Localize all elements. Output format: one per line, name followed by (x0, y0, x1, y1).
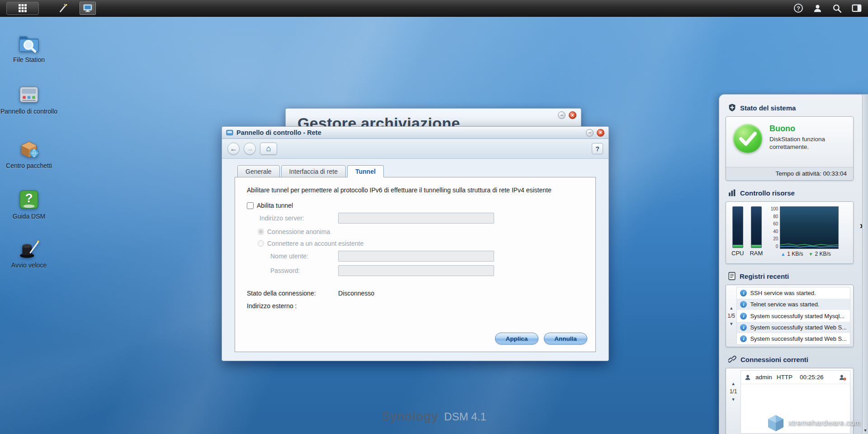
info-icon: i (740, 301, 747, 308)
synology-logo: Synology (382, 410, 439, 423)
minimize-glyph: – (560, 113, 563, 118)
tunnel-panel: Abilitare tunnel per permettere al proto… (235, 177, 596, 352)
window-icon (226, 129, 233, 136)
connection-status-label: Stato della connessione: (247, 290, 338, 297)
connections-prev-page-button[interactable]: ▴ (732, 381, 735, 386)
download-speed: 2 KB/s (815, 251, 831, 257)
desktop-icon-dsm-help[interactable]: ? Guida DSM (0, 188, 58, 220)
desktop-icon-label: Avvio veloce (0, 262, 58, 269)
desktop-icon-file-station[interactable]: File Station (0, 32, 58, 63)
package-center-icon (18, 138, 40, 160)
desktop-icon-control-panel[interactable]: Pannello di controllo (0, 83, 58, 115)
close-button[interactable]: × (569, 111, 576, 119)
user-icon[interactable] (813, 4, 822, 13)
connections-next-page-button[interactable]: ▾ (732, 397, 735, 402)
resource-monitor-card: CPU RAM 100 80 60 40 20 0 ▲ 1 (726, 201, 854, 264)
logs-next-page-button[interactable]: ▾ (730, 321, 733, 326)
desktop-icon-quick-start[interactable]: Avvio veloce (0, 237, 58, 269)
tab-interfaccia-di-rete[interactable]: Interfaccia di rete (281, 165, 346, 177)
system-status-card: Buono DiskStation funziona correttamente… (726, 116, 854, 181)
connection-time: 00:25:26 (800, 374, 824, 381)
connections-pagination: ▴ 1/1 ▾ (726, 369, 741, 434)
control-panel-icon (18, 83, 40, 106)
forward-button[interactable]: → (244, 143, 256, 155)
apply-button[interactable]: Applica (495, 333, 538, 344)
question-glyph: ? (18, 191, 40, 205)
log-row: i System successfully started Web S... (737, 322, 850, 333)
scroll-down-button[interactable]: ▾ (863, 428, 868, 433)
status-ok-icon (733, 124, 762, 153)
tab-generale[interactable]: Generale (237, 165, 280, 177)
cancel-button[interactable]: Annulla (544, 333, 587, 344)
logs-page-indicator: 1/5 (727, 313, 735, 319)
status-state: Buono (769, 124, 855, 134)
window-toolbar: ← → ⌂ ? (222, 139, 609, 159)
log-row: i System successfully started Web S... (737, 333, 850, 344)
connection-protocol: HTTP (777, 374, 793, 381)
tunnel-description: Abilitare tunnel per permettere al proto… (247, 186, 584, 194)
server-address-input (338, 213, 494, 224)
status-detail: DiskStation funziona correttamente. (769, 135, 855, 151)
search-icon[interactable] (832, 4, 842, 13)
usage-meters: CPU RAM (731, 206, 763, 262)
connection-user: admin (755, 374, 772, 381)
log-row: i SSH service was started. (737, 287, 850, 299)
resource-monitor-header: Controllo risorse (728, 187, 863, 199)
pilot-view-icon[interactable] (852, 4, 862, 13)
log-list: i SSH service was started. i Telnet serv… (736, 287, 850, 345)
control-panel-window: Pannello di controllo - Rete – × ← → ⌂ ?… (222, 126, 609, 361)
window-help-button[interactable]: ? (592, 143, 603, 154)
tab-strip: Generale Interfaccia di rete Tunnel (235, 165, 596, 177)
logs-pagination: ▴ 1/5 ▾ (726, 286, 736, 346)
network-graph (780, 206, 839, 249)
taskbar-app-quick-start[interactable] (55, 2, 71, 15)
user-icon (745, 374, 751, 381)
minimize-button[interactable]: – (558, 111, 566, 119)
home-icon: ⌂ (266, 144, 271, 153)
close-icon: × (571, 113, 574, 118)
back-button[interactable]: ← (227, 143, 240, 155)
connection-row: admin HTTP 00:25:26 (741, 371, 850, 384)
cube-logo-icon (765, 414, 786, 432)
password-label: Password: (270, 267, 338, 274)
desktop-icon-label: Pannello di controllo (0, 108, 58, 115)
log-row: i System successfully started Mysql... (737, 310, 850, 321)
system-status-header: Stato del sistema (728, 102, 863, 114)
minimize-button[interactable]: – (586, 129, 594, 137)
existing-account-label: Connettere a un account esistente (267, 240, 363, 247)
cpu-meter (732, 206, 743, 248)
file-station-icon (18, 32, 40, 54)
logs-prev-page-button[interactable]: ▴ (730, 305, 733, 310)
upload-speed: 1 KB/s (787, 251, 803, 257)
desktop-icon-label: File Station (0, 56, 58, 63)
window-title-bar[interactable]: Pannello di controllo - Rete – × (222, 127, 609, 139)
dsm-watermark: Synology DSM 4.1 (382, 410, 486, 424)
graph-y-axis: 100 80 60 40 20 0 (766, 206, 780, 249)
tab-tunnel[interactable]: Tunnel (347, 165, 384, 177)
help-icon[interactable]: ? (794, 4, 803, 13)
external-address-label: Indirizzo esterno : (247, 302, 584, 310)
username-input (338, 251, 494, 262)
main-menu-button[interactable] (6, 2, 39, 15)
network-traffic: ▲ 1 KB/s ▼ 2 KB/s (780, 251, 839, 257)
password-input (338, 265, 494, 276)
log-row: i Telnet service was started. (737, 299, 850, 310)
home-button[interactable]: ⌂ (260, 143, 277, 155)
window-body: Generale Interfaccia di rete Tunnel Abil… (222, 159, 609, 361)
kick-user-icon[interactable] (839, 374, 846, 381)
info-icon: i (740, 335, 747, 342)
desktop-icon-package-center[interactable]: Centro pacchetti (0, 138, 58, 169)
enable-tunnel-label: Abilita tunnel (257, 202, 293, 209)
taskbar-app-control-panel[interactable] (80, 2, 96, 15)
cpu-label: CPU (731, 250, 744, 257)
anonymous-connection-radio (258, 229, 264, 235)
back-icon: ← (230, 145, 237, 153)
log-document-icon (728, 272, 736, 280)
widgets-scrollbar[interactable]: ▾ (862, 95, 868, 434)
enable-tunnel-checkbox[interactable] (247, 202, 254, 209)
close-icon: × (599, 130, 602, 135)
close-button[interactable]: × (597, 129, 604, 137)
server-address-label: Indirizzo server: (259, 215, 338, 222)
recent-logs-card: ▴ 1/5 ▾ i SSH service was started. i Tel… (726, 285, 854, 347)
desktop-icon-label: Guida DSM (0, 213, 58, 220)
